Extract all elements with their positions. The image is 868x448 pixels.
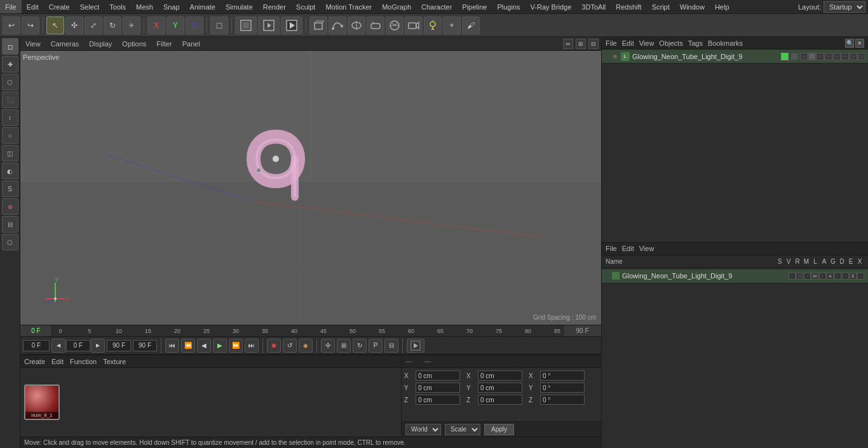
camera-button[interactable]: [405, 17, 423, 34]
viewport-3d[interactable]: Perspective: [20, 51, 601, 325]
end-frame-input[interactable]: [107, 340, 131, 351]
coords-x-scale[interactable]: [478, 370, 522, 381]
attr-menu-view[interactable]: View: [639, 245, 654, 252]
menu-mesh[interactable]: Mesh: [131, 0, 158, 13]
attr-row-main[interactable]: Glowing_Neon_Tube_Light_Digit_9 · □ · M …: [602, 269, 868, 283]
attr-ctrl-layer[interactable]: ·: [819, 273, 826, 280]
light-button[interactable]: [424, 17, 442, 34]
render-view-button[interactable]: [258, 17, 280, 34]
sidebar-mode-3[interactable]: ⬛: [2, 92, 18, 108]
attr-ctrl-extra[interactable]: ·: [857, 273, 864, 280]
move-transport-btn[interactable]: ✣: [321, 339, 335, 353]
obj-ctrl-3[interactable]: ·: [817, 53, 824, 60]
render-button[interactable]: [281, 17, 302, 34]
layout-select[interactable]: Startup: [824, 1, 865, 13]
cube-button[interactable]: [309, 17, 327, 34]
menu-mograph[interactable]: MoGraph: [377, 0, 416, 13]
mat-menu-create[interactable]: Create: [24, 358, 45, 365]
sidebar-mode-7[interactable]: ◐: [2, 163, 18, 179]
menu-tools[interactable]: Tools: [104, 0, 131, 13]
viewport-lock-btn[interactable]: ⊟: [588, 39, 599, 49]
attr-ctrl-deform[interactable]: ·: [842, 273, 849, 280]
obj-menu-objects[interactable]: Objects: [659, 39, 682, 47]
attr-ctrl-gen[interactable]: ·: [834, 273, 841, 280]
obj-search-icon[interactable]: 🔍: [845, 39, 854, 48]
vp-menu-options[interactable]: Options: [119, 40, 149, 48]
null-button[interactable]: +: [443, 17, 461, 34]
menu-create[interactable]: Create: [44, 0, 75, 13]
obj-ctrl-5[interactable]: ·: [833, 53, 841, 60]
sidebar-mode-5[interactable]: ○: [2, 127, 18, 144]
menu-help[interactable]: Help: [710, 0, 735, 13]
menu-snap[interactable]: Snap: [158, 0, 185, 13]
menu-plugins[interactable]: Plugins: [492, 0, 525, 13]
obj-ctrl-2[interactable]: □: [808, 53, 816, 60]
record-button[interactable]: ⏺: [267, 339, 281, 353]
mat-menu-texture[interactable]: Texture: [103, 358, 126, 365]
transform-button[interactable]: ✛: [123, 17, 140, 34]
coords-z-scale[interactable]: [478, 395, 522, 405]
move-tool-button[interactable]: ✣: [65, 17, 83, 34]
obj-menu-file[interactable]: File: [606, 39, 617, 47]
attr-menu-file[interactable]: File: [606, 245, 617, 252]
menu-pipeline[interactable]: Pipeline: [457, 0, 492, 13]
obj-menu-bookmarks[interactable]: Bookmarks: [708, 39, 743, 47]
nurbs-button[interactable]: [348, 17, 365, 34]
attr-ctrl-eye[interactable]: ·: [789, 273, 796, 280]
sidebar-mode-2[interactable]: ⬡: [2, 74, 18, 90]
sidebar-mode-9[interactable]: ⊕: [2, 198, 18, 215]
menu-edit[interactable]: Edit: [22, 0, 44, 13]
material-item[interactable]: num_8_1: [24, 384, 60, 420]
attr-menu-edit[interactable]: Edit: [622, 245, 634, 252]
vp-menu-panel[interactable]: Panel: [180, 40, 203, 48]
z-axis-button[interactable]: Z: [186, 17, 203, 34]
menu-simulate[interactable]: Simulate: [220, 0, 258, 13]
redo-button[interactable]: ↪: [22, 17, 39, 34]
menu-character[interactable]: Character: [416, 0, 457, 13]
sidebar-mode-11[interactable]: ⬡: [2, 234, 18, 250]
obj-ctrl-8[interactable]: ·: [858, 53, 865, 60]
sidebar-mode-1[interactable]: ✚: [2, 56, 18, 72]
obj-menu-edit[interactable]: Edit: [622, 39, 634, 47]
start-frame-input[interactable]: [66, 340, 90, 351]
mat-menu-function[interactable]: Function: [70, 358, 97, 365]
menu-3dtoall[interactable]: 3DToAll: [576, 0, 611, 13]
vp-menu-filter[interactable]: Filter: [154, 40, 174, 48]
undo-button[interactable]: ↩: [3, 17, 20, 34]
vp-menu-display[interactable]: Display: [86, 40, 114, 48]
attr-ctrl-expr[interactable]: E: [850, 273, 857, 280]
next-frame-button[interactable]: ⏩: [229, 339, 243, 353]
vp-menu-cameras[interactable]: Cameras: [48, 40, 82, 48]
sidebar-mode-4[interactable]: ↕: [2, 109, 18, 126]
menu-render[interactable]: Render: [258, 0, 291, 13]
current-frame-input[interactable]: [23, 340, 50, 351]
env-button[interactable]: [386, 17, 403, 34]
select-tool-button[interactable]: ↖: [46, 17, 64, 34]
sidebar-mode-10[interactable]: ⊟: [2, 216, 18, 233]
coords-y-pos[interactable]: [416, 383, 460, 393]
obj-menu-view[interactable]: View: [639, 39, 654, 47]
viewport-expand-btn[interactable]: ⇔: [563, 39, 573, 49]
range-end-input[interactable]: [133, 340, 157, 351]
viewport-grid-btn[interactable]: ⊞: [576, 39, 586, 49]
key-transport-btn[interactable]: ⊞: [337, 339, 351, 353]
motion-transport-btn[interactable]: P: [369, 339, 383, 353]
obj-ctrl-4[interactable]: ·: [825, 53, 832, 60]
mat-menu-edit[interactable]: Edit: [51, 358, 64, 365]
sidebar-mode-0[interactable]: ◻: [2, 38, 18, 55]
obj-ctrl-1[interactable]: ·: [800, 53, 808, 60]
grid-transport-btn[interactable]: ⊟: [384, 339, 398, 353]
menu-redshift[interactable]: Redshift: [611, 0, 646, 13]
sidebar-mode-8[interactable]: S: [2, 180, 18, 197]
attr-ctrl-lock[interactable]: □: [796, 273, 803, 280]
prev-frame-button[interactable]: ⏪: [181, 339, 195, 353]
obj-menu-tags[interactable]: Tags: [688, 39, 703, 47]
curve-transport-btn[interactable]: ↻: [353, 339, 367, 353]
go-start-button[interactable]: ⏮: [165, 339, 179, 353]
play-button[interactable]: ▶: [213, 339, 227, 353]
loop-button[interactable]: ↺: [283, 339, 297, 353]
apply-button[interactable]: Apply: [484, 424, 514, 435]
y-axis-button[interactable]: Y: [166, 17, 184, 34]
vp-menu-view[interactable]: View: [23, 40, 43, 48]
spline-button[interactable]: [329, 17, 346, 34]
